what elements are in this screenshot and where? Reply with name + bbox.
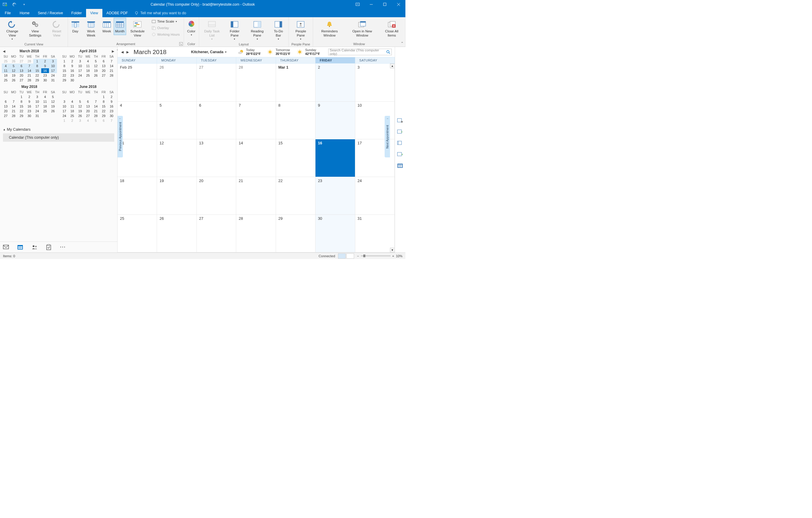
minimonth-day[interactable]: 7 xyxy=(10,99,18,104)
minimonth-day[interactable]: 10 xyxy=(33,99,41,104)
minimonth-day[interactable]: 5 xyxy=(10,63,18,68)
view-normal-button[interactable] xyxy=(338,253,346,259)
minimonth-day[interactable]: 27 xyxy=(84,113,92,118)
calendar-cell[interactable]: 15 xyxy=(276,139,316,177)
minimonth-day[interactable]: 19 xyxy=(76,109,84,113)
minimonth-day[interactable]: 26 xyxy=(92,73,100,78)
minimonth-day[interactable]: 1 xyxy=(18,94,26,99)
calendar-icon[interactable] xyxy=(17,244,23,250)
minimonth-day[interactable]: 20 xyxy=(18,73,26,78)
minimonth-day[interactable]: 14 xyxy=(108,63,116,68)
people-icon[interactable] xyxy=(31,244,37,250)
calendar-cell[interactable]: 9 xyxy=(316,102,355,139)
minimonth-day[interactable]: 28 xyxy=(26,78,33,83)
minimonth-day[interactable]: 9 xyxy=(41,63,49,68)
more-nav-icon[interactable]: ··· xyxy=(60,244,66,250)
minimonth-day[interactable]: 26 xyxy=(10,59,18,63)
minimonth-day[interactable]: 17 xyxy=(76,68,84,73)
minimonth-next-icon[interactable]: ▶ xyxy=(111,49,115,53)
close-icon[interactable] xyxy=(392,0,405,9)
minimonth-day[interactable]: 30 xyxy=(68,78,76,83)
qat-send-icon[interactable] xyxy=(2,1,8,8)
minimonth-day[interactable]: 9 xyxy=(108,99,116,104)
minimonth-day[interactable]: 28 xyxy=(108,73,116,78)
weather-card[interactable]: Today28°F/22°F xyxy=(237,48,261,56)
minimonth-day[interactable]: 24 xyxy=(76,73,84,78)
open-new-window-button[interactable]: Open in New Window xyxy=(345,18,379,39)
calendar-cell[interactable]: 31 xyxy=(355,215,395,252)
minimonth-day[interactable]: 22 xyxy=(100,109,108,113)
tab-home[interactable]: Home xyxy=(16,9,33,17)
minimonth-day[interactable]: 5 xyxy=(49,94,57,99)
minimonth-day[interactable]: 17 xyxy=(49,68,57,73)
minimonth-day[interactable]: 1 xyxy=(33,59,41,63)
zoom-slider[interactable] xyxy=(361,255,390,256)
reading-pane-button[interactable]: Reading Pane ▾ xyxy=(245,18,269,42)
minimonth-day[interactable]: 5 xyxy=(92,59,100,63)
calendar-cell[interactable]: 3 xyxy=(355,63,395,101)
minimonth-day[interactable]: 21 xyxy=(26,73,33,78)
minimonth-day[interactable]: 12 xyxy=(49,99,57,104)
minimonth-day[interactable]: 2 xyxy=(41,59,49,63)
minimonth-day[interactable]: 17 xyxy=(33,104,41,109)
minimonth-day[interactable]: 12 xyxy=(10,68,18,73)
minimonth-day[interactable]: 27 xyxy=(100,73,108,78)
minimonth-day[interactable]: 25 xyxy=(84,73,92,78)
minimonth-day[interactable]: 25 xyxy=(2,78,10,83)
minimonth-day[interactable]: 3 xyxy=(61,99,68,104)
my-calendars-group[interactable]: ▲ My Calendars xyxy=(3,126,114,133)
calendar-cell[interactable]: 13 xyxy=(197,139,236,177)
minimonth-day[interactable]: 23 xyxy=(26,109,33,113)
month-button[interactable]: Month xyxy=(114,18,126,35)
minimonth-day[interactable]: 24 xyxy=(61,113,68,118)
minimonth-day[interactable]: 11 xyxy=(41,99,49,104)
minimonth-day[interactable]: 4 xyxy=(2,63,10,68)
undo-icon[interactable] xyxy=(11,1,18,8)
tab-file[interactable]: File xyxy=(0,9,16,17)
minimonth-day[interactable]: 10 xyxy=(49,63,57,68)
minimonth-day[interactable]: 1 xyxy=(61,118,68,123)
minimonth-day[interactable]: 24 xyxy=(49,73,57,78)
next-appointment-tab[interactable]: → Next Appointment xyxy=(385,116,390,157)
tab-folder[interactable]: Folder xyxy=(67,9,86,17)
day-button[interactable]: Day xyxy=(69,18,82,35)
minimonth-day[interactable]: 28 xyxy=(92,113,100,118)
minimonth-day[interactable]: 9 xyxy=(26,99,33,104)
minimonth-day[interactable]: 21 xyxy=(92,109,100,113)
schedule-view-button[interactable]: Schedule View xyxy=(127,18,148,39)
maximize-icon[interactable] xyxy=(378,0,392,9)
reminders-window-button[interactable]: Reminders Window xyxy=(314,18,345,39)
minimonth-day[interactable]: 7 xyxy=(92,99,100,104)
minimonth-day[interactable]: 13 xyxy=(100,63,108,68)
tab-view[interactable]: View xyxy=(86,9,103,17)
minimonth-day[interactable]: 18 xyxy=(41,104,49,109)
tell-me-search[interactable]: Tell me what you want to do xyxy=(135,9,186,17)
minimonth-day[interactable]: 14 xyxy=(26,68,33,73)
minimonth-day[interactable]: 4 xyxy=(84,59,92,63)
rail-icon-5[interactable] xyxy=(397,163,404,169)
minimonth-day[interactable]: 15 xyxy=(18,104,26,109)
arrangement-dialog-launcher[interactable]: ↘ xyxy=(179,42,183,46)
minimonth-day[interactable]: 10 xyxy=(76,63,84,68)
minimonth-day[interactable]: 12 xyxy=(76,104,84,109)
minimonth-day[interactable]: 20 xyxy=(2,109,10,113)
rail-icon-4[interactable] xyxy=(397,152,404,157)
calendar-cell[interactable]: 7 xyxy=(236,102,276,139)
minimonth-day[interactable]: 23 xyxy=(68,73,76,78)
minimonth-day[interactable]: 18 xyxy=(84,68,92,73)
minimonth-day[interactable]: 21 xyxy=(10,109,18,113)
minimonth-day[interactable]: 4 xyxy=(84,118,92,123)
minimonth-day[interactable]: 30 xyxy=(26,113,33,118)
minimonth-day[interactable]: 8 xyxy=(33,63,41,68)
minimonth-day[interactable]: 4 xyxy=(68,99,76,104)
minimonth-day[interactable]: 29 xyxy=(33,78,41,83)
work-week-button[interactable]: Work Week xyxy=(82,18,100,39)
previous-appointment-tab[interactable]: ← Previous Appointment xyxy=(118,116,123,157)
calendar-cell[interactable]: 29 xyxy=(276,215,316,252)
weather-card[interactable]: Sunday42°F/17°F xyxy=(296,48,320,56)
minimonth-day[interactable]: 2 xyxy=(108,94,116,99)
minimonth-day[interactable]: 7 xyxy=(108,118,116,123)
calendar-cell[interactable]: 8 xyxy=(276,102,316,139)
calendar-cell[interactable]: 6 xyxy=(197,102,236,139)
minimonth-day[interactable]: 13 xyxy=(2,104,10,109)
